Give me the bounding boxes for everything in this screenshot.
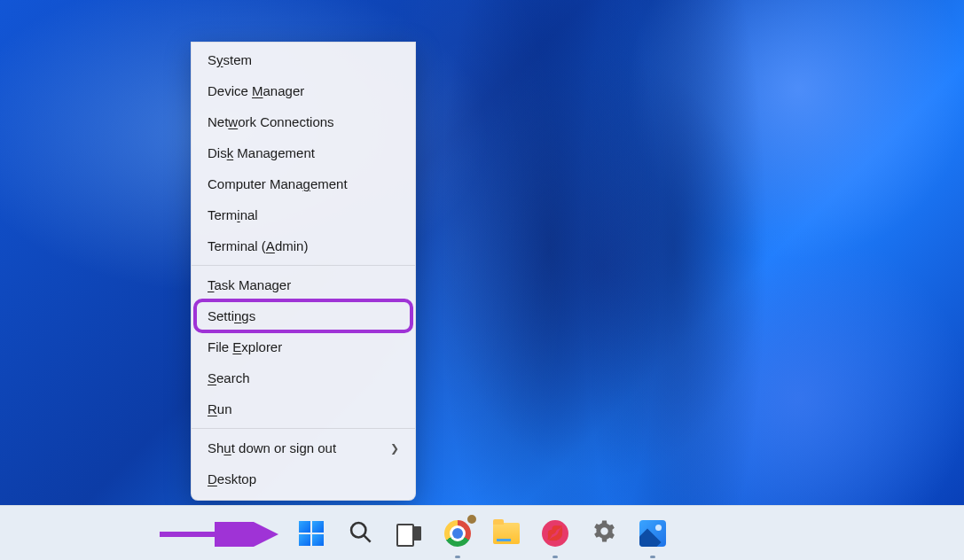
taskbar: 💋: [0, 505, 964, 560]
menu-item-device-manager[interactable]: Device Manager: [192, 75, 415, 106]
lips-app-button[interactable]: 💋: [539, 517, 572, 549]
menu-item-shutdown-signout[interactable]: Shut down or sign out ❯: [192, 432, 415, 463]
chevron-right-icon: ❯: [390, 442, 399, 455]
lips-icon: 💋: [542, 520, 568, 547]
menu-item-task-manager[interactable]: Task Manager: [192, 269, 415, 300]
desktop-wallpaper: [0, 0, 964, 505]
photos-icon: [639, 520, 666, 547]
file-explorer-button[interactable]: [490, 517, 523, 549]
profile-badge-icon: [466, 513, 478, 525]
folder-icon: [493, 523, 520, 544]
start-button[interactable]: [295, 517, 328, 549]
menu-item-computer-management[interactable]: Computer Management: [192, 168, 415, 199]
search-button[interactable]: [344, 517, 377, 549]
running-indicator: [553, 556, 558, 558]
winx-context-menu: System Device Manager Network Connection…: [191, 42, 416, 501]
running-indicator: [455, 556, 460, 558]
menu-item-run[interactable]: Run: [192, 393, 415, 424]
windows-icon: [299, 521, 324, 546]
task-view-icon: [396, 524, 421, 543]
task-view-button[interactable]: [393, 517, 426, 549]
menu-item-file-explorer[interactable]: File Explorer: [192, 331, 415, 362]
menu-item-settings[interactable]: Settings: [195, 300, 411, 331]
gear-icon: [592, 518, 617, 548]
menu-separator: [192, 428, 415, 429]
settings-button[interactable]: [588, 517, 621, 549]
menu-item-terminal[interactable]: Terminal: [192, 199, 415, 230]
search-icon: [348, 519, 372, 548]
svg-line-1: [364, 535, 371, 541]
chrome-button[interactable]: [442, 517, 474, 549]
svg-point-0: [351, 523, 365, 537]
menu-item-terminal-admin[interactable]: Terminal (Admin): [192, 230, 415, 261]
menu-item-network-connections[interactable]: Network Connections: [192, 106, 415, 137]
menu-item-disk-management[interactable]: Disk Management: [192, 137, 415, 168]
menu-item-desktop[interactable]: Desktop: [192, 463, 415, 494]
menu-item-search[interactable]: Search: [192, 362, 415, 393]
menu-separator: [192, 265, 415, 266]
photos-button[interactable]: [637, 517, 670, 549]
running-indicator: [650, 556, 655, 558]
menu-item-system[interactable]: System: [192, 44, 415, 75]
